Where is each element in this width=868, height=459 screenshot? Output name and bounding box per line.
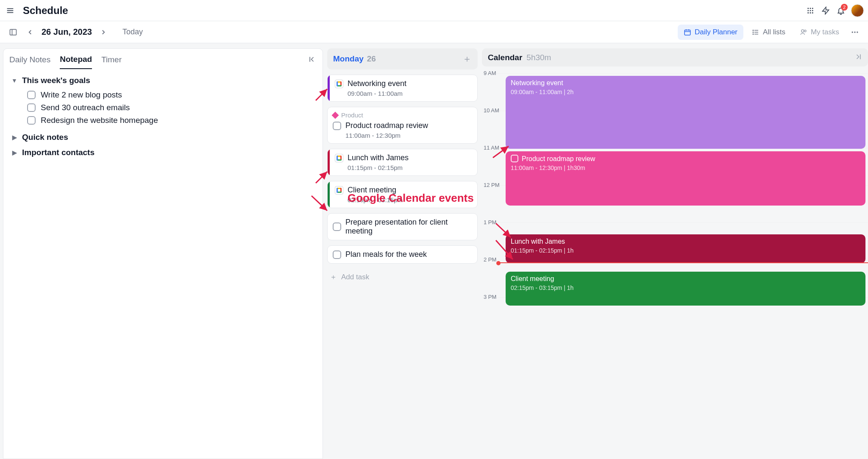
- task-title: Plan meals for the week: [345, 250, 427, 259]
- svg-point-23: [753, 32, 754, 33]
- checkbox-icon[interactable]: [511, 155, 518, 162]
- checkbox-icon[interactable]: [27, 103, 36, 112]
- today-button[interactable]: Today: [122, 28, 143, 36]
- bolt-icon[interactable]: [818, 3, 833, 18]
- tab-timer[interactable]: Timer: [101, 51, 122, 69]
- task-tag: Product: [341, 111, 363, 119]
- collapse-right-icon[interactable]: [854, 53, 862, 62]
- calendar-grid[interactable]: 9 AM10 AM11 AM12 PM1 PM2 PM3 PMNetworkin…: [482, 69, 868, 459]
- calendar-title: Calendar: [488, 53, 522, 62]
- task-time: 02:15pm - 03:15pm: [348, 196, 472, 203]
- calendar-event[interactable]: Client meeting02:15pm - 03:15pm | 1h: [506, 272, 865, 306]
- caret-down-icon: ▼: [11, 77, 18, 84]
- task-title: Lunch with James: [348, 153, 409, 162]
- hour-label: 1 PM: [484, 219, 496, 225]
- add-task-placeholder: Add task: [341, 273, 369, 281]
- planner-card[interactable]: Lunch with James 01:15pm - 02:15pm: [327, 149, 478, 176]
- event-title: Lunch with James: [511, 238, 565, 245]
- notepad-section-goals[interactable]: ▼ This week's goals: [11, 76, 315, 85]
- task-time: 11:00am - 12:30pm: [345, 132, 472, 139]
- notepad-section-important-contacts[interactable]: ▶ Important contacts: [11, 148, 315, 157]
- google-calendar-icon: [335, 80, 343, 88]
- hour-label: 3 PM: [484, 294, 496, 300]
- calendar-event[interactable]: Networking event09:00am - 11:00am | 2h: [506, 76, 865, 149]
- svg-point-11: [812, 12, 813, 13]
- current-time-line: [499, 262, 868, 263]
- svg-point-5: [812, 8, 813, 9]
- more-options-button[interactable]: [848, 25, 862, 39]
- svg-marker-12: [823, 7, 829, 14]
- avatar[interactable]: [851, 4, 864, 17]
- svg-point-4: [810, 8, 811, 9]
- goal-item[interactable]: Write 2 new blog posts: [27, 89, 315, 101]
- daily-planner-tab[interactable]: Daily Planner: [678, 25, 743, 40]
- menu-button[interactable]: [3, 3, 18, 18]
- event-title: Networking event: [511, 79, 563, 86]
- hour-label: 10 AM: [484, 107, 499, 114]
- goal-label: Send 30 outreach emails: [41, 103, 130, 112]
- app-title: Schedule: [23, 5, 68, 17]
- notepad-section-title: This week's goals: [22, 76, 90, 85]
- svg-point-6: [807, 10, 809, 11]
- planner-day-name: Monday: [333, 54, 364, 64]
- planner-day-number: 26: [367, 54, 376, 64]
- tab-daily-notes[interactable]: Daily Notes: [9, 51, 50, 69]
- calendar-event[interactable]: Lunch with James01:15pm - 02:15pm | 1h: [506, 234, 865, 263]
- checkbox-icon[interactable]: [333, 122, 341, 130]
- checkbox-icon[interactable]: [333, 250, 341, 259]
- calendar-duration: 5h30m: [526, 53, 551, 62]
- svg-point-27: [852, 31, 853, 33]
- svg-point-24: [753, 33, 754, 34]
- goal-label: Redesign the website homepage: [41, 116, 158, 125]
- event-subtitle: 02:15pm - 03:15pm | 1h: [511, 284, 860, 291]
- task-title: Prepare presentation for client meeting: [345, 218, 472, 236]
- svg-rect-13: [10, 29, 17, 35]
- goal-item[interactable]: Redesign the website homepage: [27, 114, 315, 127]
- checkbox-icon[interactable]: [333, 223, 341, 231]
- task-time: 09:00am - 11:00am: [348, 90, 472, 97]
- svg-point-10: [810, 12, 811, 13]
- planner-card[interactable]: Plan meals for the week: [327, 245, 478, 264]
- collapse-left-icon[interactable]: [308, 55, 317, 65]
- event-subtitle: 11:00am - 12:30pm | 1h30m: [511, 164, 860, 171]
- calendar-event[interactable]: Product roadmap review11:00am - 12:30pm …: [506, 151, 865, 206]
- planner-card[interactable]: Product Product roadmap review 11:00am -…: [327, 107, 478, 144]
- event-subtitle: 09:00am - 11:00am | 2h: [511, 89, 860, 95]
- event-title: Client meeting: [511, 275, 554, 282]
- daily-planner-label: Daily Planner: [695, 28, 737, 36]
- checkbox-icon[interactable]: [27, 91, 36, 99]
- task-title: Networking event: [348, 79, 406, 88]
- google-calendar-icon: [335, 186, 343, 195]
- checkbox-icon[interactable]: [27, 116, 36, 125]
- tag-dot-icon: [332, 111, 339, 119]
- notepad-section-quick-notes[interactable]: ▶ Quick notes: [11, 133, 315, 142]
- svg-point-28: [854, 31, 855, 33]
- hour-label: 12 PM: [484, 182, 500, 188]
- svg-point-9: [807, 12, 809, 13]
- add-task-input[interactable]: ＋ Add task: [327, 269, 478, 285]
- svg-point-7: [810, 10, 811, 11]
- add-task-icon[interactable]: ＋: [462, 53, 472, 65]
- prev-day-button[interactable]: [23, 25, 37, 39]
- svg-point-26: [804, 30, 806, 32]
- tab-notepad[interactable]: Notepad: [60, 50, 92, 69]
- planner-card[interactable]: Networking event 09:00am - 11:00am: [327, 75, 478, 102]
- all-lists-tab[interactable]: All lists: [746, 25, 791, 40]
- svg-point-29: [857, 31, 858, 33]
- next-day-button[interactable]: [96, 25, 111, 39]
- current-date[interactable]: 26 Jun, 2023: [42, 27, 92, 37]
- all-lists-label: All lists: [763, 28, 785, 36]
- my-tasks-tab[interactable]: My tasks: [794, 25, 845, 40]
- hour-label: 11 AM: [484, 145, 499, 151]
- bell-icon[interactable]: 2: [833, 3, 849, 18]
- planner-card[interactable]: Prepare presentation for client meeting: [327, 213, 478, 240]
- hour-label: 2 PM: [484, 256, 496, 263]
- event-subtitle: 01:15pm - 02:15pm | 1h: [511, 247, 860, 254]
- goal-item[interactable]: Send 30 outreach emails: [27, 101, 315, 114]
- google-calendar-icon: [335, 154, 343, 162]
- side-panel-icon[interactable]: [6, 25, 20, 39]
- event-title: Product roadmap review: [522, 155, 595, 162]
- planner-card[interactable]: Client meeting 02:15pm - 03:15pm: [327, 181, 478, 208]
- apps-grid-icon[interactable]: [803, 3, 818, 18]
- svg-rect-15: [684, 30, 690, 35]
